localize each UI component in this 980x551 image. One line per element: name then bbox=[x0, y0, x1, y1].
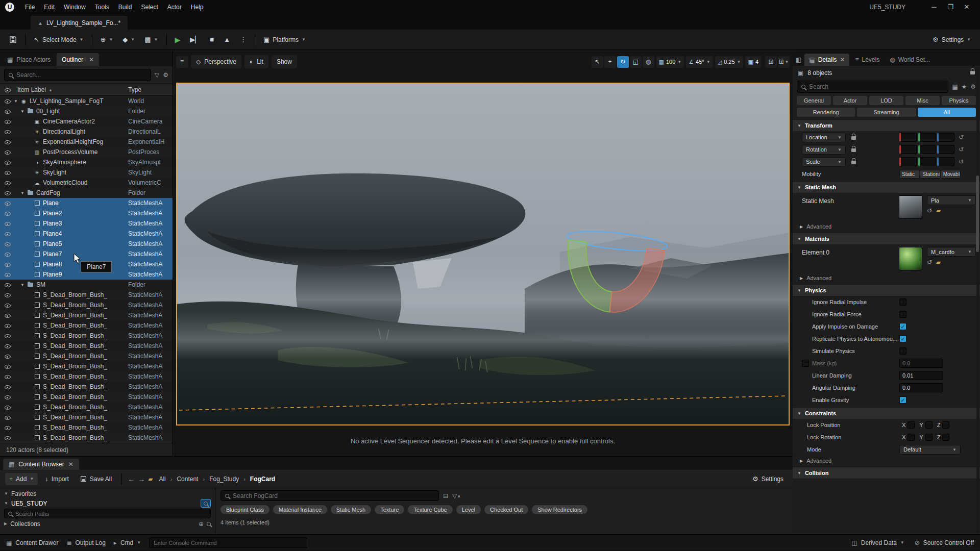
mobility-option[interactable]: Stationary bbox=[920, 170, 940, 179]
visibility-eye-icon[interactable] bbox=[4, 139, 10, 145]
breadcrumb-item[interactable]: FogCard bbox=[250, 475, 275, 483]
menu-item[interactable]: Select bbox=[136, 2, 162, 13]
static-mesh-dropdown[interactable]: Pla▼ bbox=[927, 195, 976, 205]
visibility-eye-icon[interactable] bbox=[4, 118, 10, 124]
visibility-eye-icon[interactable] bbox=[4, 424, 10, 431]
outliner-row[interactable]: ▼ S_Dead_Broom_Bush_ StaticMeshA bbox=[0, 422, 173, 433]
favorites-row[interactable]: ▼ Favorites bbox=[4, 489, 211, 498]
show-dropdown[interactable]: Show bbox=[272, 55, 297, 68]
override-checkbox[interactable]: ✓ bbox=[802, 360, 809, 367]
project-root-row[interactable]: ▼ UE5_STUDY bbox=[4, 498, 211, 508]
visibility-eye-icon[interactable] bbox=[4, 353, 10, 359]
visibility-eye-icon[interactable] bbox=[4, 282, 10, 288]
outliner-row[interactable]: ▼ Plane5 StaticMeshA bbox=[0, 239, 173, 249]
close-icon[interactable]: ✕ bbox=[68, 461, 74, 468]
outliner-row[interactable]: ▼ SM Folder bbox=[0, 280, 173, 290]
section-transform[interactable]: ▼ Transform bbox=[793, 119, 980, 131]
details-filter-button[interactable]: All bbox=[918, 108, 976, 117]
minimize-button[interactable]: ─ bbox=[926, 3, 942, 11]
expander-caret-icon[interactable]: ▼ bbox=[20, 283, 27, 287]
lock-rot-z-checkbox[interactable] bbox=[942, 434, 949, 441]
reset-icon[interactable]: ↺ bbox=[958, 158, 965, 165]
value-y[interactable] bbox=[918, 133, 936, 142]
visibility-eye-icon[interactable] bbox=[4, 251, 10, 257]
visibility-eye-icon[interactable] bbox=[4, 292, 10, 298]
outliner-row[interactable]: ▼ S_Dead_Broom_Bush_ StaticMeshA bbox=[0, 371, 173, 382]
menu-item[interactable]: Build bbox=[114, 2, 137, 13]
filter-funnel-icon[interactable]: ▽▼ bbox=[452, 492, 461, 499]
physics-checkbox[interactable]: ✓ bbox=[899, 347, 906, 355]
visibility-eye-icon[interactable] bbox=[4, 200, 10, 206]
value-x[interactable] bbox=[899, 145, 917, 154]
save-button[interactable] bbox=[5, 33, 21, 46]
menu-item[interactable]: Tools bbox=[90, 2, 114, 13]
filter-chip[interactable]: Blueprint Class bbox=[220, 505, 270, 514]
value-x[interactable] bbox=[899, 133, 917, 142]
viewport-scene[interactable] bbox=[176, 83, 790, 425]
visibility-eye-icon[interactable] bbox=[4, 98, 10, 104]
back-button[interactable]: ← bbox=[128, 475, 135, 483]
favorites-star-icon[interactable]: ★ bbox=[961, 83, 967, 90]
column-type[interactable]: Type bbox=[128, 86, 141, 93]
outliner-row[interactable]: ▼ LV_Lighting_Sample_FogT World bbox=[0, 96, 173, 106]
menu-item[interactable]: Edit bbox=[39, 2, 59, 13]
search-paths-input[interactable] bbox=[4, 509, 211, 518]
mobility-option[interactable]: Movable bbox=[941, 170, 961, 179]
select-mode-dropdown[interactable]: ↖ Select Mode ▼ bbox=[30, 33, 88, 46]
grid-snap-control[interactable]: ▦ 100 ▼ bbox=[656, 56, 684, 68]
menu-item[interactable]: Actor bbox=[163, 2, 186, 13]
viewport-menu-button[interactable]: ≡ bbox=[176, 56, 188, 68]
physics-advanced[interactable]: ▶ Advanced bbox=[793, 456, 980, 466]
visibility-eye-icon[interactable] bbox=[4, 414, 10, 420]
frame-skip-button[interactable]: ▶▏ bbox=[186, 33, 204, 46]
blueprints-dropdown[interactable]: ◆▼ bbox=[118, 33, 139, 46]
visibility-eye-icon[interactable] bbox=[4, 169, 10, 176]
import-button[interactable]: ↓ Import bbox=[41, 472, 73, 485]
outliner-row[interactable]: ▼ S_Dead_Broom_Bush_ StaticMeshA bbox=[0, 341, 173, 351]
outliner-row[interactable]: ▼ S_Dead_Broom_Bush_ StaticMeshA bbox=[0, 392, 173, 402]
transform-axis-dropdown[interactable]: Scale▼ bbox=[802, 157, 846, 167]
visibility-eye-icon[interactable] bbox=[4, 384, 10, 390]
view-mode-dropdown[interactable]: ◐ Lit bbox=[244, 55, 268, 68]
lock-rot-y-checkbox[interactable] bbox=[925, 434, 933, 441]
material-dropdown[interactable]: M_cardfo▼ bbox=[927, 247, 976, 257]
unreal-logo-icon[interactable]: U bbox=[5, 3, 14, 12]
outliner-settings-icon[interactable]: ⚙ bbox=[163, 71, 168, 79]
details-filter-button[interactable]: Rendering bbox=[797, 108, 855, 117]
play-options-button[interactable]: ⋮ bbox=[236, 33, 251, 46]
asset-search-input[interactable] bbox=[220, 490, 439, 501]
value-z[interactable] bbox=[937, 145, 954, 154]
value-z[interactable] bbox=[937, 133, 954, 142]
menu-item[interactable]: File bbox=[20, 2, 39, 13]
outliner-row[interactable]: ▼ VolumetricCloud VolumetricC bbox=[0, 178, 173, 188]
details-filter-button[interactable]: Actor bbox=[833, 96, 867, 105]
cinematics-dropdown[interactable]: ▤▼ bbox=[140, 33, 162, 46]
physics-value-field[interactable]: 0.0 bbox=[899, 359, 943, 368]
visibility-eye-icon[interactable] bbox=[4, 108, 10, 114]
menu-item[interactable]: Help bbox=[186, 2, 208, 13]
select-tool-button[interactable]: ↖ bbox=[592, 56, 603, 68]
details-search-input[interactable] bbox=[797, 81, 948, 93]
outliner-row[interactable]: ▼ ExponentialHeightFog ExponentialH bbox=[0, 137, 173, 147]
visibility-eye-icon[interactable] bbox=[4, 190, 10, 196]
scale-snap-control[interactable]: ◿ 0.25 ▼ bbox=[715, 56, 744, 68]
visibility-eye-icon[interactable] bbox=[4, 394, 10, 400]
platforms-dropdown[interactable]: ▣ Platforms ▼ bbox=[259, 33, 310, 46]
scale-lock-icon[interactable] bbox=[851, 136, 856, 140]
add-collection-icon[interactable]: ⊕ bbox=[199, 520, 204, 528]
section-static-mesh[interactable]: ▼ Static Mesh bbox=[793, 181, 980, 193]
stop-button[interactable]: ■ bbox=[206, 33, 218, 46]
visibility-eye-icon[interactable] bbox=[4, 373, 10, 380]
visibility-eye-icon[interactable] bbox=[4, 220, 10, 227]
perspective-dropdown[interactable]: ◇ Perspective bbox=[191, 55, 241, 68]
add-actor-dropdown[interactable]: ⊕▼ bbox=[96, 33, 117, 46]
visibility-eye-icon[interactable] bbox=[4, 210, 10, 216]
play-button[interactable]: ▶ bbox=[171, 33, 185, 46]
outliner-row[interactable]: ▼ S_Dead_Broom_Bush_ StaticMeshA bbox=[0, 300, 173, 310]
details-filter-button[interactable]: LOD bbox=[869, 96, 903, 105]
filter-chip[interactable]: Material Instance bbox=[273, 505, 327, 514]
material-thumbnail[interactable] bbox=[899, 247, 922, 270]
physics-checkbox[interactable]: ✓ bbox=[899, 323, 906, 330]
static-mesh-advanced[interactable]: ▶ Advanced bbox=[793, 221, 980, 232]
outliner-row[interactable]: ▼ SkyAtmosphere SkyAtmospl bbox=[0, 157, 173, 167]
